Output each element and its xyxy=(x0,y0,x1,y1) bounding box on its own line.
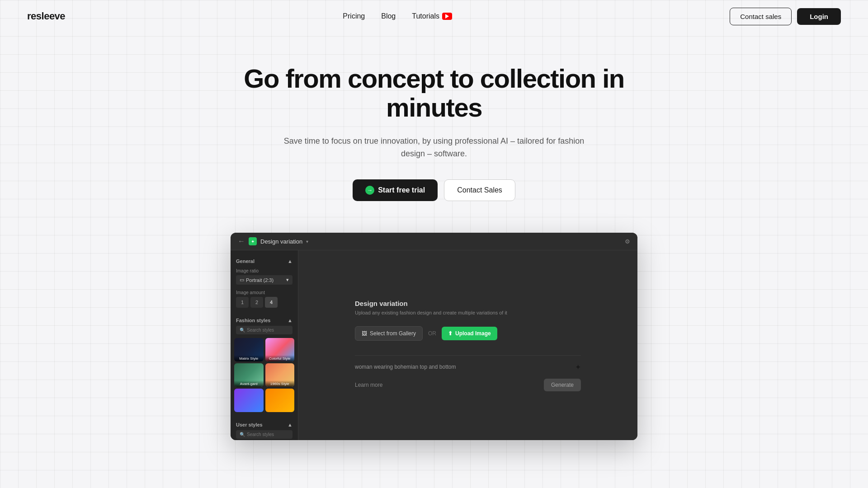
generate-button[interactable]: Generate xyxy=(544,379,581,391)
hero-section: Go from concept to collection in minutes… xyxy=(0,33,868,224)
nav-item-pricing[interactable]: Pricing xyxy=(343,12,365,20)
select-gallery-label: Select from Gallery xyxy=(370,330,416,337)
amount-btn-1[interactable]: 1 xyxy=(236,297,249,308)
or-separator: OR xyxy=(428,330,436,337)
style-colorful-label: Colorful Style xyxy=(265,355,295,361)
app-main: Design variation Upload any existing fas… xyxy=(298,250,637,440)
upload-panel-desc: Upload any existing fashion design and c… xyxy=(355,310,581,315)
sidebar-fashion-styles-header[interactable]: Fashion styles ▲ xyxy=(231,315,298,326)
app-topbar-title: Design variation xyxy=(260,238,302,245)
dropdown-chevron: ▾ xyxy=(286,277,289,283)
hero-subtitle: Save time to focus on true innovation, b… xyxy=(280,135,588,161)
gallery-icon: 🖼 xyxy=(362,330,367,337)
user-styles-search: 🔍 xyxy=(236,430,292,439)
image-amount-label: Image amount xyxy=(236,290,292,295)
nav-link-blog[interactable]: Blog xyxy=(381,12,396,20)
youtube-icon xyxy=(442,13,452,20)
back-arrow-icon[interactable]: ← xyxy=(238,237,245,245)
navbar: resleeve Pricing Blog Tutorials Contact … xyxy=(0,0,868,33)
style-item-1960s[interactable]: 1960s Style xyxy=(265,363,295,387)
nav-contact-sales-button[interactable]: Contact sales xyxy=(730,8,792,25)
chevron-down-icon: ▾ xyxy=(306,239,308,244)
user-styles-search-input[interactable] xyxy=(247,432,289,437)
collapse-icon[interactable]: ▲ xyxy=(288,258,292,264)
app-topbar: ← ✦ Design variation ▾ ⚙ xyxy=(231,233,637,250)
amount-buttons: 1 2 4 xyxy=(236,297,292,308)
settings-icon[interactable]: ⚙ xyxy=(625,238,630,245)
app-body: General ▲ Image ratio ▭ Portrait (2:3) ▾… xyxy=(231,250,637,440)
start-trial-label: Start free trial xyxy=(378,186,425,194)
nav-actions: Contact sales Login xyxy=(730,8,841,25)
style-matrix-label: Matrix Style xyxy=(234,355,264,361)
upload-icon: ⬆ xyxy=(448,330,453,337)
general-label: General xyxy=(236,258,255,264)
sidebar-fashion-styles-section: Fashion styles ▲ 🔍 Matrix Style Colorful… xyxy=(231,315,298,416)
style-avant-label: Avant-gard xyxy=(234,380,264,387)
upload-actions: 🖼 Select from Gallery OR ⬆ Upload Image xyxy=(355,326,581,341)
app-topbar-left: ← ✦ Design variation ▾ xyxy=(238,237,308,245)
upload-panel: Design variation Upload any existing fas… xyxy=(355,300,581,391)
style-item-row3-1[interactable] xyxy=(234,389,264,412)
app-preview-container: ← ✦ Design variation ▾ ⚙ General ▲ xyxy=(0,233,868,440)
fashion-styles-search-input[interactable] xyxy=(247,328,289,333)
style-item-row3-2[interactable] xyxy=(265,389,295,412)
nav-item-blog[interactable]: Blog xyxy=(381,12,396,20)
sidebar-general-header[interactable]: General ▲ xyxy=(231,256,298,267)
bottom-row: Learn more Generate xyxy=(355,379,581,391)
sidebar-user-styles-section: User styles ▲ 🔍 Bohemian xyxy=(231,419,298,440)
fashion-styles-grid: Matrix Style Colorful Style Avant-gard 1… xyxy=(231,338,298,416)
arrow-right-icon: → xyxy=(365,186,374,195)
magic-wand-icon[interactable]: ✦ xyxy=(575,363,581,371)
hero-buttons: → Start free trial Contact Sales xyxy=(9,179,859,201)
app-preview: ← ✦ Design variation ▾ ⚙ General ▲ xyxy=(231,233,637,440)
portrait-dropdown[interactable]: ▭ Portrait (2:3) ▾ xyxy=(236,275,292,285)
nav-login-button[interactable]: Login xyxy=(797,8,841,25)
sidebar-user-styles-header[interactable]: User styles ▲ xyxy=(231,419,298,430)
upload-panel-title: Design variation xyxy=(355,300,581,307)
image-ratio-label: Image ratio xyxy=(236,268,292,273)
logo[interactable]: resleeve xyxy=(27,10,65,22)
nav-item-tutorials[interactable]: Tutorials xyxy=(412,12,452,20)
prompt-area: woman wearing bohemian top and bottom ✦ xyxy=(355,355,581,371)
app-topbar-right: ⚙ xyxy=(625,238,630,245)
app-sidebar: General ▲ Image ratio ▭ Portrait (2:3) ▾… xyxy=(231,250,298,440)
nav-link-pricing[interactable]: Pricing xyxy=(343,12,365,20)
amount-btn-4[interactable]: 4 xyxy=(265,297,278,308)
sidebar-image-ratio-field: Image ratio ▭ Portrait (2:3) ▾ xyxy=(231,267,298,288)
fashion-styles-search: 🔍 xyxy=(236,326,292,334)
app-logo-icon: ✦ xyxy=(249,237,257,245)
sidebar-image-amount-field: Image amount 1 2 4 xyxy=(231,288,298,311)
nav-link-tutorials[interactable]: Tutorials xyxy=(412,12,439,20)
amount-btn-2[interactable]: 2 xyxy=(250,297,263,308)
fashion-styles-label: Fashion styles xyxy=(236,318,270,323)
upload-image-label: Upload Image xyxy=(455,330,491,337)
prompt-row: woman wearing bohemian top and bottom ✦ xyxy=(355,363,581,371)
search-icon: 🔍 xyxy=(240,328,245,333)
prompt-text[interactable]: woman wearing bohemian top and bottom xyxy=(355,364,456,370)
hero-contact-sales-button[interactable]: Contact Sales xyxy=(444,179,515,201)
collapse-user-icon[interactable]: ▲ xyxy=(288,422,292,427)
hero-title: Go from concept to collection in minutes xyxy=(231,64,637,122)
ratio-icon: ▭ xyxy=(240,277,244,283)
upload-image-button[interactable]: ⬆ Upload Image xyxy=(442,327,497,340)
select-gallery-button[interactable]: 🖼 Select from Gallery xyxy=(355,326,423,341)
learn-more-link[interactable]: Learn more xyxy=(355,382,382,388)
user-styles-label: User styles xyxy=(236,422,263,427)
style-1960s-label: 1960s Style xyxy=(265,380,295,387)
portrait-value: Portrait (2:3) xyxy=(246,277,274,283)
sidebar-general-section: General ▲ Image ratio ▭ Portrait (2:3) ▾… xyxy=(231,256,298,311)
style-item-colorful[interactable]: Colorful Style xyxy=(265,338,295,361)
collapse-fashion-icon[interactable]: ▲ xyxy=(288,318,292,323)
style-item-avant[interactable]: Avant-gard xyxy=(234,363,264,387)
nav-links: Pricing Blog Tutorials xyxy=(343,12,452,20)
start-free-trial-button[interactable]: → Start free trial xyxy=(353,179,438,201)
search-user-icon: 🔍 xyxy=(240,432,245,437)
style-item-matrix[interactable]: Matrix Style xyxy=(234,338,264,361)
